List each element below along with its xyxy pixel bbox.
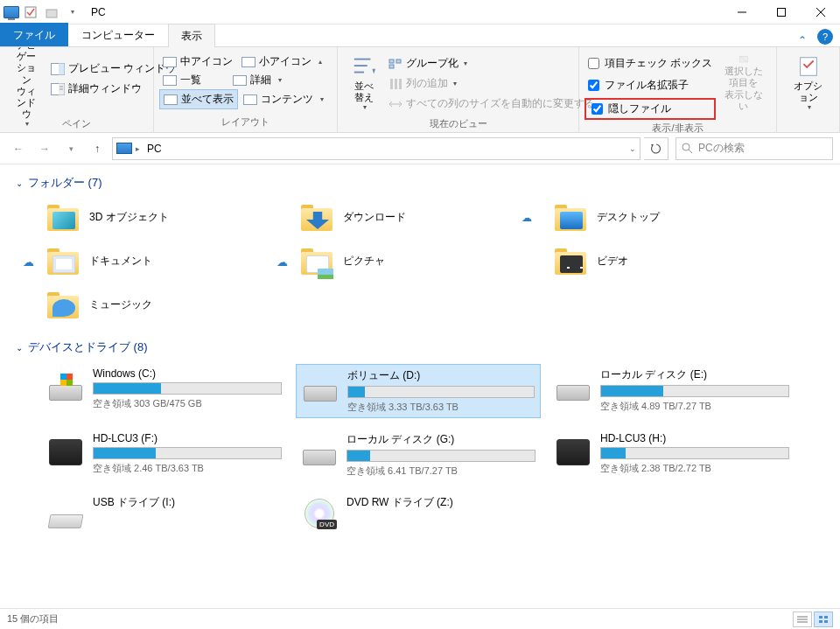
svg-rect-0 — [25, 7, 36, 17]
section-drives-header[interactable]: ⌄ デバイスとドライブ (8) — [16, 334, 831, 364]
options-button[interactable]: オプション ▾ — [782, 51, 834, 115]
svg-rect-19 — [389, 65, 394, 68]
drive-item[interactable]: DVD RW ドライブ (Z:) — [296, 492, 541, 532]
cloud-sync-icon: ☁ — [522, 212, 532, 224]
drive-label: USB ドライブ (I:) — [93, 495, 282, 510]
drive-icon — [301, 495, 338, 528]
drive-icon — [47, 432, 84, 465]
tab-view[interactable]: 表示 — [168, 24, 215, 47]
drive-item[interactable]: USB ドライブ (I:) — [42, 492, 287, 532]
autosize-columns-button[interactable]: すべての列のサイズを自動的に変更する — [385, 94, 598, 113]
drive-subtext: 空き領域 4.89 TB/7.27 TB — [600, 400, 789, 413]
folder-label: ミュージック — [89, 290, 152, 312]
back-button[interactable]: ← — [7, 137, 30, 160]
view-tiles-button[interactable] — [814, 612, 833, 627]
layout-tiles[interactable]: 並べて表示 — [159, 89, 238, 109]
svg-rect-21 — [390, 79, 393, 89]
group-by-button[interactable]: グループ化▾ — [385, 54, 598, 73]
drive-item[interactable]: ローカル ディスク (E:) 空き領域 4.89 TB/7.27 TB — [550, 364, 794, 418]
qat-props-icon[interactable] — [21, 3, 40, 22]
svg-rect-22 — [395, 79, 397, 89]
drive-subtext: 空き領域 3.33 TB/3.63 TB — [347, 401, 535, 414]
status-item-count: 15 個の項目 — [7, 612, 59, 626]
breadcrumb-pc[interactable]: PC — [144, 141, 165, 157]
item-checkboxes-toggle[interactable]: 項目チェック ボックス — [584, 54, 716, 73]
group-label-layout: レイアウト — [154, 114, 337, 132]
view-details-button[interactable] — [793, 612, 812, 627]
help-icon[interactable]: ? — [817, 29, 833, 45]
add-columns-button[interactable]: 列の追加▾ — [385, 74, 598, 93]
refresh-button[interactable] — [644, 137, 668, 160]
qat-dropdown-icon[interactable]: ▾ — [63, 3, 82, 22]
group-label-show-hide: 表示/非表示 — [579, 120, 776, 138]
folder-item[interactable]: デスクトップ — [550, 199, 794, 236]
group-label-panes: ペイン — [0, 115, 153, 134]
capacity-bar — [600, 447, 789, 459]
folder-item[interactable]: ミュージック — [42, 287, 287, 324]
folder-label: 3D オブジェクト — [89, 203, 169, 225]
drive-icon — [555, 432, 592, 465]
section-folders-title: フォルダー (7) — [28, 175, 102, 191]
ribbon-collapse-icon[interactable]: ⌃ — [793, 34, 812, 46]
cloud-sync-icon: ☁ — [276, 255, 288, 269]
close-button[interactable] — [801, 0, 840, 24]
navigation-bar: ← → ▾ ↑ ▸ PC ⌄ PCの検索 — [0, 133, 840, 164]
folder-item[interactable]: ビデオ — [550, 243, 794, 280]
folder-item[interactable]: ☁ ドキュメント — [42, 243, 287, 280]
maximize-button[interactable] — [761, 0, 801, 24]
search-input[interactable]: PCの検索 — [676, 137, 833, 160]
nav-pane-button[interactable]: ナビゲーション ウィンドウ ▾ — [5, 51, 47, 115]
folder-label: ピクチャ — [343, 247, 385, 269]
hide-selected-button[interactable]: 選択した項目を 表示しない — [716, 51, 771, 115]
qat-new-folder-icon[interactable] — [42, 3, 61, 22]
folder-icon — [46, 290, 80, 320]
layout-content[interactable]: コンテンツ — [240, 89, 317, 109]
drive-label: ローカル ディスク (E:) — [600, 367, 789, 382]
file-extensions-toggle[interactable]: ファイル名拡張子 — [584, 76, 716, 94]
layout-medium-icons[interactable]: 中アイコン — [159, 52, 236, 71]
folder-item[interactable]: ダウンロード☁ — [296, 199, 541, 236]
tab-file[interactable]: ファイル — [0, 23, 68, 46]
breadcrumb-sep-icon[interactable]: ▸ — [136, 144, 140, 153]
drive-item[interactable]: ローカル ディスク (G:) 空き領域 6.41 TB/7.27 TB — [296, 429, 541, 481]
drive-item[interactable]: HD-LCU3 (F:) 空き領域 2.46 TB/3.63 TB — [42, 429, 287, 481]
drive-icon — [301, 432, 338, 465]
folder-icon — [553, 203, 588, 233]
layout-scroll-up-icon[interactable]: ▴ — [318, 58, 322, 66]
drive-item[interactable]: HD-LCU3 (H:) 空き領域 2.38 TB/2.72 TB — [550, 429, 794, 481]
recent-dropdown-icon[interactable]: ▾ — [60, 137, 82, 160]
section-drives-title: デバイスとドライブ (8) — [28, 339, 148, 355]
minimize-button[interactable] — [722, 0, 761, 24]
hidden-files-toggle[interactable]: 隠しファイル — [588, 100, 712, 118]
address-bar[interactable]: ▸ PC ⌄ — [112, 137, 640, 160]
tab-computer[interactable]: コンピューター — [68, 23, 168, 46]
section-folders-header[interactable]: ⌄ フォルダー (7) — [16, 170, 831, 199]
svg-rect-35 — [824, 616, 828, 619]
drive-item[interactable]: Windows (C:) 空き領域 303 GB/475 GB — [42, 364, 287, 418]
folder-icon — [553, 247, 588, 276]
address-dropdown-icon[interactable]: ⌄ — [629, 144, 636, 153]
capacity-bar — [347, 386, 535, 398]
chevron-down-icon: ▾ — [808, 103, 811, 112]
svg-point-29 — [682, 143, 690, 150]
content-area[interactable]: ⌄ フォルダー (7) 3D オブジェクト ダウンロード☁ デスクトップ☁ ドキ… — [0, 164, 840, 606]
nav-pane-label: ナビゲーション ウィンドウ — [12, 39, 40, 120]
svg-rect-9 — [59, 63, 65, 74]
layout-small-icons[interactable]: 小アイコン — [238, 52, 315, 71]
forward-button[interactable]: → — [33, 137, 56, 160]
drive-item[interactable]: ボリューム (D:) 空き領域 3.33 TB/3.63 TB — [296, 364, 541, 418]
drive-icon — [47, 367, 84, 401]
folder-item[interactable]: ☁ ピクチャ — [296, 243, 541, 280]
drive-icon — [555, 367, 592, 401]
drive-subtext: 空き領域 2.46 TB/3.63 TB — [93, 462, 282, 475]
layout-more-icon[interactable]: ▾ — [320, 95, 324, 103]
sort-button[interactable]: 並べ替え ▾ — [343, 51, 385, 115]
folder-item[interactable]: 3D オブジェクト — [42, 199, 287, 236]
svg-rect-36 — [819, 620, 822, 623]
chevron-down-icon: ⌄ — [16, 178, 23, 188]
svg-rect-34 — [819, 616, 822, 619]
layout-scroll-down-icon[interactable]: ▾ — [278, 76, 282, 84]
layout-details[interactable]: 詳細 — [229, 71, 275, 89]
up-button[interactable]: ↑ — [86, 137, 108, 160]
layout-list[interactable]: 一覧 — [159, 71, 205, 89]
